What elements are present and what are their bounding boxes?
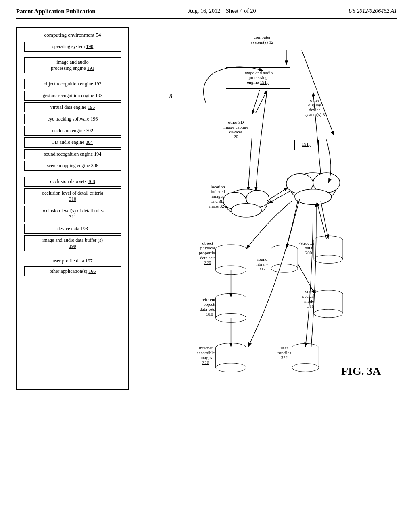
occlusion-engine-box: occlusion engine 302	[24, 126, 121, 136]
svg-line-31	[317, 202, 327, 239]
location-indexed-text: locationindexedimagesand 3Dmaps 324	[194, 184, 242, 208]
gesture-recognition-box: gesture recognition engine 193	[24, 91, 121, 101]
other-display-text: otherdisplaydevicesystem(s) 8	[292, 98, 337, 117]
sound-library-text: soundlibrary312	[246, 257, 278, 271]
scene-mapping-box: scene mapping engine 306	[24, 161, 121, 171]
operating-system-box: operating system 190	[24, 42, 121, 52]
svg-point-52	[292, 364, 319, 372]
object-recognition-box: object recognition engine 192	[24, 79, 121, 89]
virtual-data-engine-box: virtual data engine 195	[24, 102, 121, 112]
occlusion-lod-criteria-box: occlusion level of detail criteria310	[24, 188, 121, 204]
sound-recognition-box: sound recognition engine 194	[24, 149, 121, 159]
svg-line-12	[267, 187, 288, 201]
arrow-label-8: 8	[169, 94, 172, 100]
user-profile-data-text: user profile data 197	[21, 258, 124, 264]
other-3d-devices-text: other 3Dimage capturedevices20	[210, 120, 262, 139]
svg-line-30	[321, 201, 328, 239]
occlusion-lod-rules-box: occlusion level(s) of detail rules311	[24, 206, 121, 222]
occlusion-data-sets-box: occlusion data sets 308	[24, 177, 121, 187]
computing-env-title: computing environment 54	[21, 32, 124, 38]
sound-occlusion-text: soundocclusionmodels316	[290, 289, 331, 308]
computer-system-box: computersystem(s) 12	[234, 31, 290, 48]
device-data-box: device data 198	[24, 224, 121, 234]
svg-line-54	[302, 50, 334, 136]
display-engine-box: 191N	[294, 140, 319, 150]
reference-objects-text: referenceobjectsdata sets(s)318	[186, 297, 234, 316]
header-center: Aug. 16, 2012 Sheet 4 of 20	[188, 8, 256, 15]
svg-line-3	[248, 138, 252, 191]
diagram-area: computing environment 54 operating syste…	[16, 27, 397, 390]
fig-label: FIG. 3A	[341, 365, 381, 378]
left-column: computing environment 54 operating syste…	[16, 27, 129, 390]
svg-point-6	[246, 190, 269, 207]
right-column: computersystem(s) 12 image and audioproc…	[145, 27, 397, 390]
comm-network-text: communicationnetwork(s) 50	[274, 176, 327, 186]
internet-images-text: Internetaccessibleimages326	[181, 345, 230, 365]
svg-point-18	[216, 266, 246, 275]
page: Patent Application Publication Aug. 16, …	[0, 0, 413, 532]
svg-point-41	[314, 309, 343, 318]
right-image-audio-box: image and audioprocessingengine 191N	[226, 67, 290, 89]
svg-point-28	[314, 255, 343, 264]
eye-tracking-box: eye tracking software 196	[24, 114, 121, 124]
image-audio-engine-box: image and audioprocessing engine 191	[24, 57, 121, 73]
svg-point-11	[295, 189, 332, 205]
object-properties-text: objectphysicalpropertiesdata sets320	[186, 241, 230, 265]
page-header: Patent Application Publication Aug. 16, …	[16, 8, 397, 19]
user-profiles-text: userprofiles322	[266, 345, 302, 360]
other-applications-box: other application(s) 166	[24, 266, 121, 276]
3d-audio-engine-box: 3D audio engine 304	[24, 137, 121, 148]
header-right: US 2012/0206452 A1	[348, 8, 397, 15]
svg-line-13	[268, 191, 290, 203]
structure-data-text: <structure>data200	[290, 241, 327, 255]
image-audio-buffer-box: image and audio data buffer (s)199	[24, 235, 121, 251]
header-left: Patent Application Publication	[16, 8, 96, 15]
